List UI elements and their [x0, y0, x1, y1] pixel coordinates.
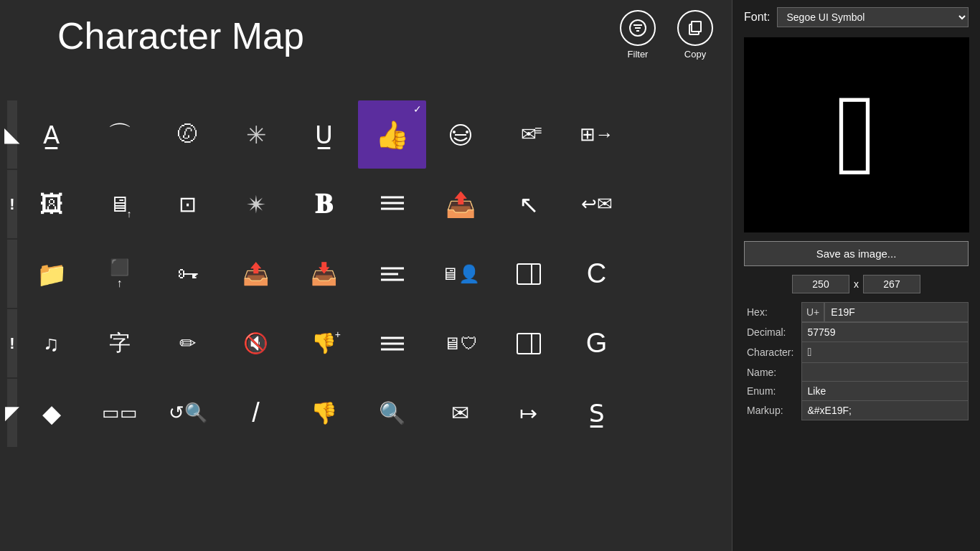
char-cell[interactable]: 🖥↑	[85, 170, 154, 238]
enum-value: Like	[801, 382, 969, 401]
char-cell-selected[interactable]: 👍	[358, 100, 426, 169]
row-edge	[7, 240, 17, 308]
char-cell[interactable]: U̲	[290, 100, 358, 169]
char-cell[interactable]	[494, 240, 562, 308]
size-row: x	[744, 275, 969, 293]
char-cell[interactable]: ✴	[222, 170, 290, 238]
char-cell[interactable]: 𝐁	[290, 170, 358, 238]
char-cell[interactable]: ✉≡	[494, 100, 562, 169]
char-cell[interactable]: 🖥👤	[426, 240, 494, 308]
char-cell[interactable]: /	[222, 379, 290, 447]
grid-row: ! 🖼 🖥↑ ⊡ ✴ 𝐁 📤 ↖ ↩✉	[7, 170, 725, 238]
preview-box: 	[744, 37, 969, 232]
char-cell[interactable]	[358, 240, 426, 308]
char-cell[interactable]: ◆	[17, 379, 85, 447]
char-cell[interactable]: ▭▭	[85, 379, 154, 447]
font-row: Font: Segoe UI Symbol Arial Times New Ro…	[744, 7, 969, 27]
char-cell[interactable]: A̲	[17, 100, 85, 169]
char-info-table: Hex: U+ E19F Decimal: 57759 Character: …	[744, 302, 969, 420]
enum-label: Enum:	[744, 382, 801, 401]
char-cell[interactable]: 🔍	[358, 379, 426, 447]
char-cell[interactable]: ✉	[426, 379, 494, 447]
height-input[interactable]	[863, 275, 920, 293]
name-label: Name:	[744, 363, 801, 382]
svg-rect-23	[517, 334, 540, 354]
char-cell[interactable]: ⬛ ↑	[85, 240, 154, 308]
decimal-label: Decimal:	[744, 323, 801, 342]
char-cell[interactable]: 👎+	[290, 309, 358, 377]
char-cell[interactable]: S̲	[562, 379, 631, 447]
copy-icon	[677, 10, 713, 46]
copy-button[interactable]: Copy	[670, 6, 720, 64]
row-edge: ◤	[7, 379, 17, 447]
hex-label: Hex:	[744, 302, 801, 323]
markup-value: &#xE19F;	[801, 401, 969, 420]
svg-point-10	[453, 131, 456, 133]
char-cell[interactable]	[494, 309, 562, 377]
filter-label: Filter	[628, 49, 649, 60]
char-cell[interactable]: 📥	[290, 240, 358, 308]
save-as-image-button[interactable]: Save as image...	[744, 241, 969, 266]
enum-row: Enum: Like	[744, 382, 969, 401]
grid-container: ◣ A̲ ⌒ 🄫 ✳ U̲ 👍 ✉≡ ⊞→	[0, 100, 732, 551]
char-cell[interactable]: ⊞→	[562, 100, 631, 169]
char-cell[interactable]	[358, 170, 426, 238]
copy-label: Copy	[684, 49, 706, 60]
char-cell[interactable]: G	[562, 309, 631, 377]
svg-rect-18	[517, 264, 540, 284]
markup-row: Markup: &#xE19F;	[744, 401, 969, 420]
decimal-row: Decimal: 57759	[744, 323, 969, 342]
toolbar: Filter Copy	[601, 0, 732, 70]
char-cell[interactable]: C	[562, 240, 631, 308]
name-value	[801, 363, 969, 382]
font-label: Font:	[744, 11, 770, 24]
char-cell[interactable]: 🄫	[154, 100, 222, 169]
svg-rect-5	[692, 22, 701, 32]
char-cell[interactable]: 👎	[290, 379, 358, 447]
char-cell[interactable]: 🗝	[154, 240, 222, 308]
char-cell[interactable]: 📤	[426, 170, 494, 238]
char-cell[interactable]: ↖	[494, 170, 562, 238]
name-row: Name:	[744, 363, 969, 382]
grid-row: ! ♫ 字 ✏ 🔇 👎+ 🖥🛡 G	[7, 309, 725, 377]
grid-row: 📁 ⬛ ↑ 🗝 📤 📥 🖥👤	[7, 240, 725, 308]
grid-row: ◣ A̲ ⌒ 🄫 ✳ U̲ 👍 ✉≡ ⊞→	[7, 100, 725, 169]
row-edge: !	[7, 309, 17, 377]
char-cell[interactable]: ↩✉	[562, 170, 631, 238]
markup-label: Markup:	[744, 401, 801, 420]
character-value: 	[801, 342, 969, 363]
filter-button[interactable]: Filter	[613, 6, 663, 64]
hex-value: E19F	[824, 302, 968, 322]
width-input[interactable]	[792, 275, 849, 293]
char-cell[interactable]: ⌒	[85, 100, 154, 169]
char-cell[interactable]: ♫	[17, 309, 85, 377]
preview-character: 	[836, 77, 877, 192]
char-cell[interactable]: 📁	[17, 240, 85, 308]
filter-icon	[620, 10, 656, 46]
right-panel: Font: Segoe UI Symbol Arial Times New Ro…	[732, 0, 980, 551]
grid-row: ◤ ◆ ▭▭ ↺🔍 / 👎 🔍 ✉ ↦ S̲	[7, 379, 725, 447]
char-cell[interactable]	[358, 309, 426, 377]
font-select[interactable]: Segoe UI Symbol Arial Times New Roman Wi…	[777, 7, 969, 27]
svg-point-11	[466, 131, 468, 133]
left-panel: Filter Copy Character Map ◣ A̲ ⌒ 🄫 ✳ U̲ …	[0, 0, 732, 551]
char-cell[interactable]: ⊡	[154, 170, 222, 238]
character-label: Character:	[744, 342, 801, 363]
char-cell[interactable]: 🖥🛡	[426, 309, 494, 377]
hex-value-cell: U+ E19F	[801, 302, 969, 322]
char-cell[interactable]: 📤	[222, 240, 290, 308]
hex-prefix: U+	[801, 302, 824, 322]
char-cell[interactable]: 🔇	[222, 309, 290, 377]
char-cell[interactable]	[426, 100, 494, 169]
character-row: Character: 	[744, 342, 969, 363]
char-cell[interactable]: ↦	[494, 379, 562, 447]
row-edge: ◣	[7, 100, 17, 169]
char-cell[interactable]: 字	[85, 309, 154, 377]
char-cell[interactable]: ✳	[222, 100, 290, 169]
char-cell[interactable]: 🖼	[17, 170, 85, 238]
row-edge: !	[7, 170, 17, 238]
decimal-value: 57759	[801, 323, 969, 342]
char-cell[interactable]: ✏	[154, 309, 222, 377]
hex-row: Hex: U+ E19F	[744, 302, 969, 323]
char-cell[interactable]: ↺🔍	[154, 379, 222, 447]
